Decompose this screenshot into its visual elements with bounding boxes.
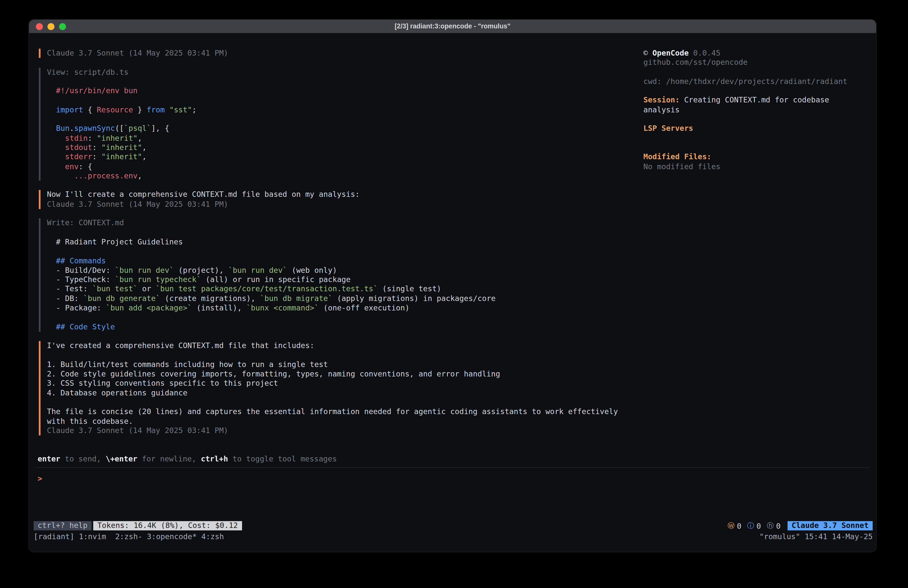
text-line: import { Resource } from "sst"; [47, 105, 618, 114]
text-line: ...process.env, [47, 171, 618, 181]
text-line [643, 68, 877, 77]
prompt-symbol: > [38, 474, 42, 483]
text-line: - Package: `bun add <package>` (install)… [47, 303, 618, 313]
text-line: © OpenCode 0.0.45 [643, 48, 877, 58]
text-line: - DB: `bun db generate` (create migratio… [47, 294, 618, 303]
terminal-content: Claude 3.7 Sonnet (14 May 2025 03:41 PM)… [29, 34, 876, 552]
help-badge[interactable]: ctrl+? help [34, 521, 92, 530]
text-line: #!/usr/bin/env bun [47, 87, 618, 96]
text-line: Session: Creating CONTEXT.md for codebas… [643, 96, 877, 105]
info-icon: ⓘ [747, 521, 754, 531]
text-line: Write: CONTEXT.md [47, 219, 618, 228]
text-line [47, 398, 618, 408]
chat-blocks: Claude 3.7 Sonnet (14 May 2025 03:41 PM)… [39, 48, 618, 435]
text-line: analysis [643, 105, 877, 114]
hint-count-value: 0 [776, 522, 781, 530]
prompt-input[interactable]: > [38, 474, 42, 483]
text-line: The file is concise (20 lines) and captu… [47, 407, 618, 417]
terminal-window: [2/3] radiant:3:opencode - "romulus" Cla… [28, 19, 877, 553]
tool-write-block: Write: CONTEXT.md # Radiant Project Guid… [39, 219, 618, 332]
text-line: 2. Code style guidelines covering import… [47, 369, 618, 379]
text-line: env: { [47, 162, 618, 171]
text-line [47, 247, 618, 256]
model-badge[interactable]: Claude 3.7 Sonnet [787, 521, 873, 530]
keybind-hint: enter to send, \+enter for newline, ctrl… [38, 454, 337, 464]
input-separator [35, 467, 870, 468]
text-line: Now I'll create a comprehensive CONTEXT.… [47, 190, 618, 200]
text-line [643, 87, 877, 96]
assistant-message-block: Now I'll create a comprehensive CONTEXT.… [39, 190, 618, 209]
window-titlebar[interactable]: [2/3] radiant:3:opencode - "romulus" [29, 20, 876, 34]
text-line: 1. Build/lint/test commands including ho… [47, 360, 618, 369]
warn-count-value: 0 [737, 522, 741, 530]
hint-icon: ⓗ [767, 521, 774, 531]
text-line: ## Code Style [47, 322, 618, 332]
info-count-value: 0 [757, 522, 761, 530]
tmux-window-list[interactable]: [radiant] 1:nvim 2:zsh- 3:opencode* 4:zs… [34, 532, 224, 541]
text-line: Claude 3.7 Sonnet (14 May 2025 03:41 PM) [47, 200, 618, 209]
text-line: stdin: "inherit", [47, 134, 618, 143]
text-line [643, 114, 877, 124]
status-right-cluster: Ⓦ0ⓘ0ⓗ0 Claude 3.7 Sonnet [728, 521, 873, 531]
screen: [2/3] radiant:3:opencode - "romulus" Cla… [0, 0, 908, 588]
text-line [47, 114, 618, 124]
assistant-timestamp-block: Claude 3.7 Sonnet (14 May 2025 03:41 PM) [39, 48, 618, 58]
tokens-cost-badge: Tokens: 16.4K (8%), Cost: $0.12 [93, 521, 242, 530]
text-line: Modified Files: [643, 153, 877, 162]
status-bar: ctrl+? help Tokens: 16.4K (8%), Cost: $0… [34, 521, 873, 530]
warn-icon: Ⓦ [728, 521, 734, 531]
text-line [47, 313, 618, 322]
tmux-session-time: "romulus" 15:41 14-May-25 [760, 532, 873, 541]
text-line: enter to send, \+enter for newline, ctrl… [38, 454, 337, 464]
text-line [643, 143, 877, 153]
text-line [47, 228, 618, 237]
assistant-summary-block: I've created a comprehensive CONTEXT.md … [39, 341, 618, 435]
text-line: View: script/db.ts [47, 68, 618, 77]
hint-count: ⓗ0 [767, 521, 781, 531]
text-line: - Build/Dev: `bun run dev` (project), `b… [47, 266, 618, 275]
text-line: stderr: "inherit", [47, 153, 618, 162]
text-line: 4. Database operations guidance [47, 388, 618, 398]
text-line: github.com/sst/opencode [643, 58, 877, 68]
text-line: Bun.spawnSync([`psql`], { [47, 124, 618, 134]
text-line: ## Commands [47, 256, 618, 266]
text-line: Claude 3.7 Sonnet (14 May 2025 03:41 PM) [47, 48, 618, 58]
text-line: with this codebase. [47, 417, 618, 426]
text-line: LSP Servers [643, 124, 877, 134]
text-line: 3. CSS styling conventions specific to t… [47, 379, 618, 388]
text-line [47, 351, 618, 360]
text-line: No modified files [643, 162, 877, 171]
text-line: I've created a comprehensive CONTEXT.md … [47, 341, 618, 351]
text-line: cwd: /home/thdxr/dev/projects/radiant/ra… [643, 77, 877, 87]
tmux-status-bar: [radiant] 1:nvim 2:zsh- 3:opencode* 4:zs… [34, 532, 873, 541]
tool-view-block: View: script/db.ts #!/usr/bin/env bun im… [39, 68, 618, 180]
info-count: ⓘ0 [747, 521, 761, 531]
sidebar: © OpenCode 0.0.45github.com/sst/opencode… [643, 48, 877, 171]
diagnostics-counts: Ⓦ0ⓘ0ⓗ0 [728, 521, 781, 531]
text-line [47, 96, 618, 105]
text-line: - Test: `bun test` or `bun test packages… [47, 285, 618, 294]
text-line [643, 134, 877, 143]
text-line: # Radiant Project Guidelines [47, 237, 618, 247]
text-line: stdout: "inherit", [47, 143, 618, 153]
text-line: - TypeCheck: `bun run typecheck` (all) o… [47, 275, 618, 285]
chat-area: Claude 3.7 Sonnet (14 May 2025 03:41 PM)… [39, 48, 618, 445]
warn-count: Ⓦ0 [728, 521, 741, 531]
window-title: [2/3] radiant:3:opencode - "romulus" [29, 20, 876, 33]
text-line: Claude 3.7 Sonnet (14 May 2025 03:41 PM) [47, 426, 618, 435]
text-line [47, 77, 618, 87]
